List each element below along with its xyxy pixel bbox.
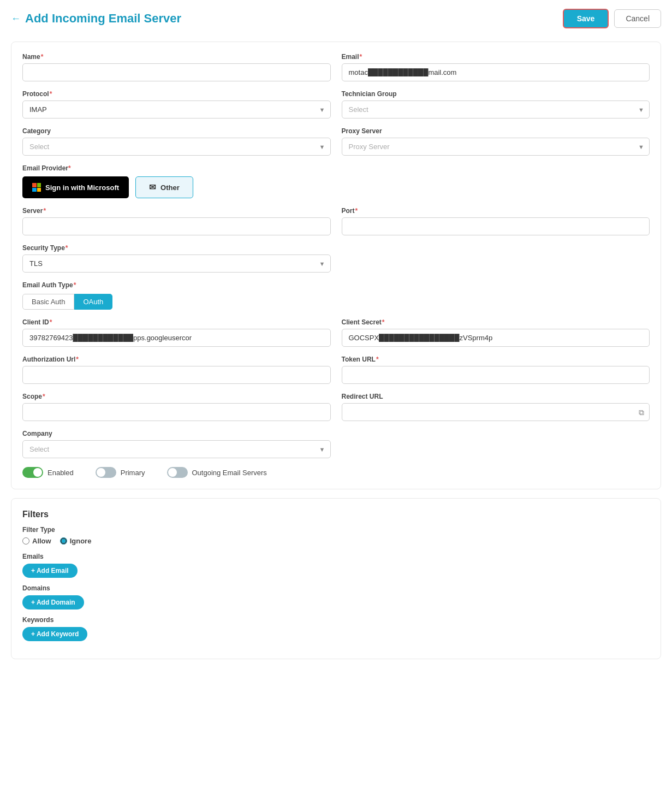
auth-type-label: Email Auth Type*: [22, 281, 650, 289]
filter-type-label: Filter Type: [22, 526, 650, 534]
other-provider-button[interactable]: ✉ Other: [135, 176, 193, 198]
client-secret-label: Client Secret*: [342, 318, 650, 326]
auth-type-group: Email Auth Type* Basic Auth OAuth: [22, 281, 650, 310]
technician-group-group: Technician Group Select ▼: [342, 90, 650, 119]
outgoing-label: Outgoing Email Servers: [192, 469, 267, 477]
protocol-select[interactable]: IMAP POP3: [22, 100, 331, 119]
server-label: Server*: [22, 207, 331, 215]
category-select[interactable]: Select: [22, 138, 331, 156]
emails-label: Emails: [22, 553, 650, 560]
email-label: Email*: [342, 53, 650, 61]
token-url-label: Token URL*: [342, 356, 650, 363]
token-url-input[interactable]: https://oauth2.googleapis.com/token: [342, 366, 650, 384]
allow-radio[interactable]: [22, 537, 29, 545]
category-group: Category Select ▼: [22, 127, 331, 156]
domains-filter-group: Domains + Add Domain: [22, 584, 650, 610]
page-title: Add Incoming Email Server: [25, 11, 181, 26]
back-button[interactable]: ←: [11, 13, 21, 25]
client-secret-group: Client Secret*: [342, 318, 650, 347]
emails-filter-group: Emails + Add Email: [22, 553, 650, 578]
redirect-url-group: Redirect URL https://email.myservice.com…: [342, 393, 650, 421]
primary-label: Primary: [121, 469, 145, 477]
protocol-group: Protocol* IMAP POP3 ▼: [22, 90, 331, 119]
redirect-url-label: Redirect URL: [342, 393, 650, 400]
client-id-label: Client ID*: [22, 318, 331, 326]
keywords-filter-group: Keywords + Add Keyword: [22, 616, 650, 641]
scope-input[interactable]: https://mail.google.com/: [22, 403, 331, 421]
port-group: Port* 993: [342, 207, 650, 235]
company-select[interactable]: Select: [22, 440, 331, 458]
port-input[interactable]: 993: [342, 217, 650, 235]
proxy-server-select[interactable]: Proxy Server: [342, 138, 650, 156]
server-input[interactable]: imap.gmail.com: [22, 217, 331, 235]
outgoing-toggle-group: Outgoing Email Servers: [167, 467, 267, 478]
outgoing-toggle[interactable]: [167, 467, 188, 478]
main-form: Name* Gmail Email* Protocol* IMAP POP3 ▼: [11, 42, 661, 489]
category-label: Category: [22, 127, 331, 135]
add-domain-button[interactable]: + Add Domain: [22, 595, 84, 610]
proxy-server-group: Proxy Server Proxy Server ▼: [342, 127, 650, 156]
basic-auth-button[interactable]: Basic Auth: [22, 294, 74, 310]
microsoft-logo-icon: [32, 183, 41, 192]
add-keyword-button[interactable]: + Add Keyword: [22, 627, 87, 641]
enabled-toggle-group: Enabled: [22, 467, 74, 478]
email-provider-label: Email Provider*: [22, 164, 650, 172]
email-provider-section: Email Provider* Sign in with Microsoft ✉…: [22, 164, 650, 198]
auth-url-group: Authorization Url* https://accounts.goog…: [22, 356, 331, 384]
microsoft-signin-button[interactable]: Sign in with Microsoft: [22, 176, 129, 198]
proxy-server-label: Proxy Server: [342, 127, 650, 135]
copy-icon[interactable]: ⧉: [639, 407, 644, 417]
filters-section: Filters Filter Type Allow Ignore Emails …: [11, 498, 661, 659]
technician-group-label: Technician Group: [342, 90, 650, 98]
toggles-row: Enabled Primary Outgoing Email Servers: [22, 467, 650, 478]
client-id-input[interactable]: [22, 329, 331, 347]
add-email-button[interactable]: + Add Email: [22, 564, 78, 578]
mail-icon: ✉: [149, 182, 156, 192]
domains-label: Domains: [22, 584, 650, 592]
port-label: Port*: [342, 207, 650, 215]
enabled-toggle[interactable]: [22, 467, 43, 478]
cancel-button[interactable]: Cancel: [614, 9, 661, 28]
keywords-label: Keywords: [22, 616, 650, 624]
scope-group: Scope* https://mail.google.com/: [22, 393, 331, 421]
company-label: Company: [22, 430, 331, 437]
token-url-group: Token URL* https://oauth2.googleapis.com…: [342, 356, 650, 384]
filters-title: Filters: [22, 510, 650, 519]
email-input[interactable]: [342, 63, 650, 81]
oauth-button[interactable]: OAuth: [74, 294, 112, 310]
auth-url-input[interactable]: https://accounts.google.com/o/oauth2/v2/…: [22, 366, 331, 384]
primary-toggle[interactable]: [96, 467, 116, 478]
security-type-select[interactable]: TLS SSL None: [22, 255, 331, 273]
primary-toggle-group: Primary: [96, 467, 145, 478]
auth-url-label: Authorization Url*: [22, 356, 331, 363]
redirect-url-input[interactable]: https://email.myservice.com/oauth/callba…: [342, 403, 650, 421]
technician-group-select[interactable]: Select: [342, 100, 650, 119]
ignore-option[interactable]: Ignore: [60, 537, 92, 545]
enabled-label: Enabled: [47, 469, 74, 477]
filter-type-radio-group: Allow Ignore: [22, 537, 650, 545]
client-id-group: Client ID*: [22, 318, 331, 347]
save-button[interactable]: Save: [563, 9, 609, 28]
client-secret-input[interactable]: [342, 329, 650, 347]
name-input[interactable]: Gmail: [22, 63, 331, 81]
page-header: ← Add Incoming Email Server Save Cancel: [11, 9, 661, 28]
email-group: Email*: [342, 53, 650, 81]
protocol-label: Protocol*: [22, 90, 331, 98]
allow-option[interactable]: Allow: [22, 537, 51, 545]
name-label: Name*: [22, 53, 331, 61]
scope-label: Scope*: [22, 393, 331, 400]
security-type-group: Security Type* TLS SSL None ▼: [22, 244, 331, 273]
ignore-radio[interactable]: [60, 537, 67, 545]
server-group: Server* imap.gmail.com: [22, 207, 331, 235]
company-group: Company Select ▼: [22, 430, 331, 458]
name-group: Name* Gmail: [22, 53, 331, 81]
security-type-label: Security Type*: [22, 244, 331, 252]
